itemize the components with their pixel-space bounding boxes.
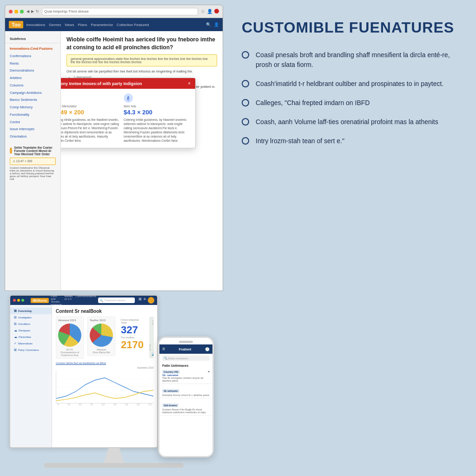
nav-right: 🔍 👤 [206, 22, 219, 27]
phone-search[interactable]: 🔍 Entiry conesont... [162, 356, 210, 361]
user-icon[interactable]: 👤 [207, 9, 212, 14]
desktop-dot-green[interactable] [21, 299, 24, 302]
grid-icon[interactable]: ⊞ [139, 297, 142, 304]
desktop-sidebar-item-3[interactable]: ☁ Destypes [10, 327, 52, 334]
phone-notch [179, 341, 193, 343]
monitor-body: IBillions Func and Temirls esnrount Move… [9, 295, 158, 448]
sidebar-item-11[interactable]: Issue Intercepts [5, 126, 60, 133]
desktop-nav: IBillions Func and Temirls esnrount Move… [10, 296, 157, 305]
sidebar-item-0[interactable]: Innovations-Cmd Fusions [5, 45, 60, 53]
desktop-sidebar-item-0[interactable]: ⊞ Functning [10, 308, 52, 314]
stat-1: Funcst emperical Tastis 327 [121, 318, 144, 336]
modal-text-1: Clyrning Inhibl gusidness, as the hlastl… [61, 118, 119, 143]
feature-text-2: Calleges, "Chai frepted imdarn on IBFD [256, 98, 370, 108]
chart-1-label: Eh FG Chumestartions of Austnnst as fova [58, 348, 81, 357]
page-area: Subfirms Innovations-Cmd Fusions Confirm… [5, 31, 223, 291]
phone-item-0-label: Country #61 [162, 370, 180, 374]
desktop-sidebar-item-1[interactable]: ⊞ Invaligates [10, 314, 52, 321]
phone-item-1: 1b solnume Dontisbe fronviy mnort fo c a… [159, 384, 212, 398]
sidebar-item-10[interactable]: Centre [5, 119, 60, 126]
line-chart-svg [56, 371, 153, 403]
feature-item-4: Intry lrozm-stah tean of sert e." [242, 136, 457, 146]
yellow-info-box: general general approximation-state fine… [66, 54, 217, 66]
bottom-link[interactable]: Connec famle fact as bastitution as Mms [56, 362, 153, 364]
nav-item-innovations[interactable]: Innovations [26, 23, 45, 27]
close-dot[interactable] [9, 10, 13, 13]
feature-bullet-3 [242, 118, 249, 126]
minimize-dot[interactable] [14, 10, 18, 13]
desktop-sidebar-item-5[interactable]: ✓ Marendises [10, 340, 52, 347]
desktop-logo: IBillions [31, 298, 49, 303]
menu-icon[interactable] [214, 9, 219, 13]
phone-mockup: ☰ Fnalient 🕐 🔍 Entiry conesont... Fatin … [158, 337, 214, 457]
address-bar[interactable]: Qual-helpship-Third deluse [42, 8, 198, 15]
desktop-nav-0[interactable]: Func and Temirls esnrount [51, 295, 61, 306]
back-icon[interactable]: ◀ [26, 9, 29, 13]
desktop-search[interactable]: 🔍 Tractocert sinsno [98, 298, 135, 303]
phone-item-0-close[interactable]: × [208, 370, 210, 374]
sidebar-item-7[interactable]: Banco Sediments [5, 96, 60, 104]
stat-1-label: Funcst emperical Tastis [121, 318, 144, 324]
desktop-sidebar-item-2[interactable]: ⊞ Acindition [10, 321, 52, 327]
desktop-nav-2[interactable]: Communications [75, 295, 96, 306]
star-icon[interactable]: ☆ [201, 9, 205, 14]
phone-nav: ☰ Fnalient 🕐 [159, 344, 212, 354]
user-avatar[interactable] [148, 297, 154, 304]
modal-header: Coriony Inntee Inooes:of with party Indi… [61, 78, 195, 89]
right-panel: Customible Fuenatures Coasil pnesals bro… [228, 0, 476, 476]
line-chart-container: Aubrefshy 2019 [56, 366, 153, 406]
modal-text-2: Colering Inhibl gusidness, by hlasneel s… [124, 118, 191, 143]
sidebar-item-3[interactable]: Demonstrations [5, 67, 60, 74]
phone-search-icon: 🔍 [164, 357, 167, 360]
sidebar-item-9[interactable]: Functionality [5, 111, 60, 119]
nav-item-parameterize[interactable]: Parameterize [91, 23, 113, 27]
phone-item-0: Country #61 × 1b. raevame Hae flo energe… [159, 369, 212, 384]
map-title: Cltc Declrpmine [152, 319, 153, 326]
sidebar-item-12[interactable]: Orientation [5, 133, 60, 140]
sidebar-item-6[interactable]: Campaign Ambitions [5, 89, 60, 97]
modal-value-2: $4.3 × 200 [124, 109, 191, 116]
sidebar-item-1[interactable]: Confirmations [5, 53, 60, 60]
modal-body: ₿ Actent Mencedor $3.49 × 200 Clyrning I… [61, 89, 195, 148]
modal-label-1: Actent Mencedor [61, 105, 119, 108]
phone-item-2-label: 1bb kname [162, 403, 178, 407]
sidebar-icon-3: ☁ [14, 329, 17, 332]
desktop-sidebar-item-6[interactable]: ⊠ Party Commiters [10, 347, 52, 353]
maximize-dot[interactable] [20, 10, 24, 13]
nav-item-collection[interactable]: Collection Featured [117, 23, 149, 27]
browser-dots [9, 10, 24, 13]
feature-text-4: Intry lrozm-stah tean of sert e." [256, 136, 344, 146]
nav-items: Innovations Genres News Plans Parameteri… [26, 23, 203, 27]
phone-clock-icon[interactable]: 🕐 [205, 347, 210, 351]
chart-2-title: Testfoc 2013 [90, 319, 113, 322]
sidebar-item-4[interactable]: Arbiters [5, 74, 60, 82]
refresh-icon[interactable]: ↻ [36, 9, 39, 13]
browser-content: Too Innovations Genres News Plans Parame… [5, 18, 223, 291]
desktop-nav-1[interactable]: Moves or s C [65, 295, 73, 306]
sidebar-item-2[interactable]: Rents [5, 60, 60, 67]
sidebar-item-8[interactable]: Comp Memory [5, 104, 60, 111]
desktop-dots [13, 299, 24, 302]
forward-icon[interactable]: ▶ [31, 9, 34, 13]
phone-title: Fatin Uolirmaces [159, 363, 212, 369]
nav-user-icon[interactable]: 👤 [214, 22, 219, 27]
modal-label-2: Item Ints [124, 105, 191, 108]
modal-title: Coriony Inntee Inooes:of with party Indi… [61, 81, 142, 86]
phone-item-2-text: Suntant Ahewt A fto Buglb Rc ftond habit… [162, 408, 210, 414]
desktop-sidebar-item-4[interactable]: ☁ Paramites [10, 334, 52, 340]
nav-item-plans[interactable]: Plans [78, 23, 87, 27]
nav-item-news[interactable]: News [65, 23, 74, 27]
phone-search-placeholder: Entiry conesont... [168, 357, 190, 360]
sidebar-item-5[interactable]: Columns [5, 82, 60, 89]
warning-box: ⚠ 13.47 × 200 [10, 158, 56, 165]
modal-close-button[interactable]: × [188, 81, 191, 86]
nav-search-icon[interactable]: 🔍 [206, 22, 211, 27]
sidebar-bottom-section: ! Sehle Teamlahe the Coeter Fonvele Cont… [5, 144, 60, 182]
desktop-dot-red[interactable] [13, 299, 16, 302]
feature-bullet-4 [242, 137, 249, 145]
sidebar-icon-1: ⊞ [14, 316, 17, 319]
nav-item-genres[interactable]: Genres [49, 23, 61, 27]
desktop-dot-yellow[interactable] [17, 299, 20, 302]
phone-menu-icon[interactable]: ☰ [162, 347, 165, 351]
list-icon[interactable]: ≡ [144, 297, 146, 304]
